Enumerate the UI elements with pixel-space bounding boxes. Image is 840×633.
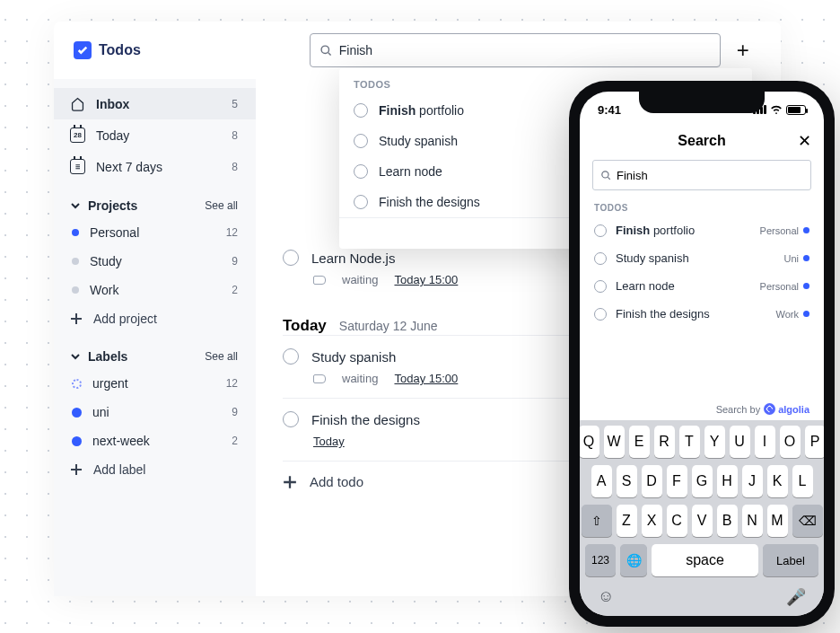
algolia-logo[interactable]: algolia: [764, 403, 809, 415]
checkbox-icon: [354, 195, 368, 209]
key-e[interactable]: E: [629, 426, 650, 458]
project-badge: Personal: [760, 225, 809, 236]
due-date[interactable]: Today 15:00: [394, 372, 458, 385]
sidebar-nav-next7[interactable]: ☰ Next 7 days 8: [54, 151, 256, 182]
phone-footer: Search by algolia: [580, 396, 824, 418]
key-l[interactable]: L: [792, 465, 813, 497]
key-b[interactable]: B: [717, 505, 738, 537]
search-input-container[interactable]: [310, 33, 721, 67]
keyboard-footer: ☺ 🎤: [583, 584, 820, 607]
phone-search-box[interactable]: [592, 160, 811, 190]
task-title: Study spanish: [311, 349, 396, 365]
phone-result[interactable]: Study spanishUni: [580, 244, 824, 272]
key-v[interactable]: V: [692, 505, 713, 537]
tag-icon: [72, 379, 82, 389]
project-work[interactable]: Work2: [54, 276, 256, 304]
app-logo[interactable]: Todos: [74, 41, 141, 59]
key-i[interactable]: I: [755, 426, 775, 458]
projects-header[interactable]: Projects See all: [54, 182, 256, 218]
emoji-icon[interactable]: ☺: [598, 587, 614, 607]
sidebar-nav-today[interactable]: 28 Today 8: [54, 119, 256, 151]
phone-result[interactable]: Finish the designsWork: [580, 300, 824, 328]
label-icon: [313, 374, 326, 383]
label-icon: [313, 276, 326, 285]
key-f[interactable]: F: [667, 465, 687, 497]
key-p[interactable]: P: [805, 426, 825, 458]
mic-icon[interactable]: 🎤: [786, 587, 806, 607]
labels-seeall[interactable]: See all: [205, 350, 238, 363]
checkbox-icon: [354, 164, 368, 179]
phone-keyboard: QWERTYUIOP ASDFGHJKL ⇧ ZXCVBNM ⌫ 123 🌐 s…: [580, 420, 824, 616]
plus-icon: [70, 463, 83, 476]
algolia-icon: [764, 403, 775, 415]
phone-result[interactable]: Learn nodePersonal: [580, 272, 824, 300]
key-m[interactable]: M: [767, 505, 788, 537]
label-urgent[interactable]: urgent12: [54, 369, 256, 398]
search-icon: [600, 170, 611, 180]
key-w[interactable]: W: [604, 426, 625, 458]
key-t[interactable]: T: [679, 426, 700, 458]
key-d[interactable]: D: [642, 465, 662, 497]
key-o[interactable]: O: [780, 426, 801, 458]
key-r[interactable]: R: [654, 426, 675, 458]
key-q[interactable]: Q: [580, 426, 599, 458]
key-x[interactable]: X: [642, 505, 662, 537]
sidebar: Inbox 5 28 Today 8 ☰ Next 7 days 8 Proje…: [54, 79, 256, 596]
wifi-icon: [770, 105, 783, 114]
dot-icon: [72, 229, 79, 236]
svg-point-2: [602, 171, 608, 178]
key-u[interactable]: U: [730, 426, 750, 458]
nav-count: 8: [232, 161, 238, 173]
key-shift[interactable]: ⇧: [582, 505, 612, 537]
add-project-button[interactable]: Add project: [54, 304, 256, 333]
label-next-week[interactable]: next-week2: [54, 426, 256, 455]
key-j[interactable]: J: [742, 465, 763, 497]
search-input[interactable]: [339, 43, 711, 57]
phone-result[interactable]: Finish portfolioPersonal: [580, 216, 824, 244]
calendar-today-icon: 28: [70, 127, 85, 143]
label-uni[interactable]: uni9: [54, 398, 256, 426]
key-k[interactable]: K: [767, 465, 788, 497]
checkbox-icon[interactable]: [283, 348, 299, 365]
nav-label: Next 7 days: [96, 160, 162, 174]
key-a[interactable]: A: [591, 465, 612, 497]
due-date[interactable]: Today 15:00: [394, 273, 458, 286]
key-c[interactable]: C: [667, 505, 687, 537]
key-z[interactable]: Z: [617, 505, 637, 537]
sidebar-nav-inbox[interactable]: Inbox 5: [54, 88, 256, 119]
dot-icon: [72, 258, 79, 265]
key-space[interactable]: space: [652, 544, 758, 576]
svg-point-0: [321, 46, 328, 53]
key-g[interactable]: G: [692, 465, 713, 497]
key-numeric[interactable]: 123: [585, 544, 616, 576]
projects-seeall[interactable]: See all: [205, 199, 238, 212]
key-globe[interactable]: 🌐: [620, 544, 647, 576]
close-icon[interactable]: ✕: [798, 131, 811, 151]
project-study[interactable]: Study9: [54, 247, 256, 276]
task-title: Finish the designs: [311, 412, 420, 427]
phone-search-input[interactable]: [617, 169, 803, 182]
checkbox-icon[interactable]: [283, 411, 299, 427]
search-icon: [319, 44, 332, 57]
nav-count: 5: [232, 98, 238, 110]
dot-icon: [72, 286, 79, 294]
labels-title: Labels: [88, 349, 127, 364]
project-personal[interactable]: Personal12: [54, 218, 256, 247]
plus-icon: [283, 475, 297, 489]
labels-header[interactable]: Labels See all: [54, 333, 256, 369]
add-label-button[interactable]: Add label: [54, 455, 256, 484]
due-date[interactable]: Today: [313, 435, 345, 448]
app-name: Todos: [99, 42, 141, 58]
phone-screen: 9:41 Search ✕ TODOS Finish portfolioPers…: [580, 92, 824, 616]
chevron-down-icon: [70, 200, 81, 211]
tag-icon: [72, 436, 82, 446]
key-s[interactable]: S: [617, 465, 637, 497]
checkbox-icon[interactable]: [283, 250, 299, 266]
key-label[interactable]: Label: [763, 544, 818, 576]
add-button[interactable]: +: [737, 37, 749, 64]
battery-icon: [786, 105, 806, 115]
key-backspace[interactable]: ⌫: [792, 505, 823, 537]
key-n[interactable]: N: [742, 505, 763, 537]
key-y[interactable]: Y: [704, 426, 725, 458]
key-h[interactable]: H: [717, 465, 738, 497]
